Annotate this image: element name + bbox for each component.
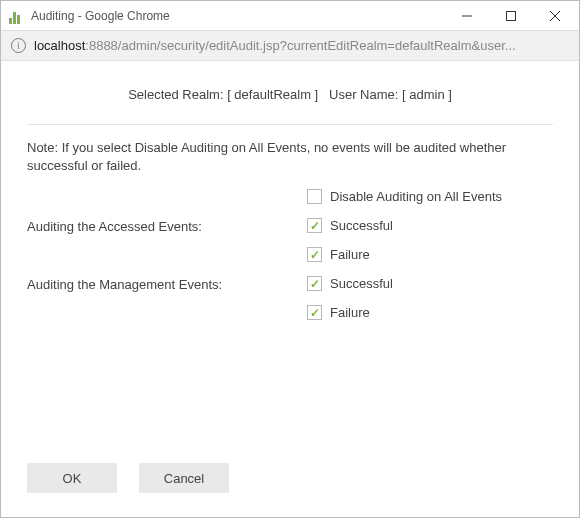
note-text: Note: If you select Disable Auditing on … xyxy=(27,139,553,175)
accessed-events-label: Auditing the Accessed Events: xyxy=(27,218,307,234)
ok-button[interactable]: OK xyxy=(27,463,117,493)
maximize-icon xyxy=(506,11,516,21)
svg-rect-1 xyxy=(507,11,516,20)
management-failure-label: Failure xyxy=(330,305,370,320)
realm-label: Selected Realm: xyxy=(128,87,223,102)
window-titlebar: Auditing - Google Chrome xyxy=(1,1,579,31)
checkbox-icon xyxy=(307,247,322,262)
url-host: localhost xyxy=(34,38,85,53)
checkbox-icon xyxy=(307,189,322,204)
accessed-successful-label: Successful xyxy=(330,218,393,233)
realm-value: [ defaultRealm ] xyxy=(227,87,318,102)
site-info-icon[interactable]: i xyxy=(11,38,26,53)
disable-all-label: Disable Auditing on All Events xyxy=(330,189,502,204)
accessed-failure-checkbox[interactable]: Failure xyxy=(307,247,553,262)
app-icon xyxy=(9,8,25,24)
checkbox-icon xyxy=(307,305,322,320)
management-failure-checkbox[interactable]: Failure xyxy=(307,305,553,320)
checkbox-icon xyxy=(307,218,322,233)
minimize-button[interactable] xyxy=(445,1,489,31)
url-path: :8888/admin/security/editAudit.jsp?curre… xyxy=(85,38,515,53)
realm-user-header: Selected Realm: [ defaultRealm ] User Na… xyxy=(27,87,553,102)
close-icon xyxy=(550,11,560,21)
cancel-button[interactable]: Cancel xyxy=(139,463,229,493)
window-title: Auditing - Google Chrome xyxy=(31,9,170,23)
button-row: OK Cancel xyxy=(27,463,229,493)
minimize-icon xyxy=(462,11,472,21)
user-label: User Name: xyxy=(329,87,398,102)
user-value: [ admin ] xyxy=(402,87,452,102)
accessed-failure-label: Failure xyxy=(330,247,370,262)
address-bar[interactable]: i localhost:8888/admin/security/editAudi… xyxy=(1,31,579,61)
management-events-label: Auditing the Management Events: xyxy=(27,276,307,292)
management-successful-checkbox[interactable]: Successful xyxy=(307,276,553,291)
divider xyxy=(27,124,553,125)
disable-all-checkbox[interactable]: Disable Auditing on All Events xyxy=(307,189,553,204)
close-button[interactable] xyxy=(533,1,577,31)
management-successful-label: Successful xyxy=(330,276,393,291)
page-content: Selected Realm: [ defaultRealm ] User Na… xyxy=(1,61,579,340)
maximize-button[interactable] xyxy=(489,1,533,31)
accessed-successful-checkbox[interactable]: Successful xyxy=(307,218,553,233)
checkbox-icon xyxy=(307,276,322,291)
